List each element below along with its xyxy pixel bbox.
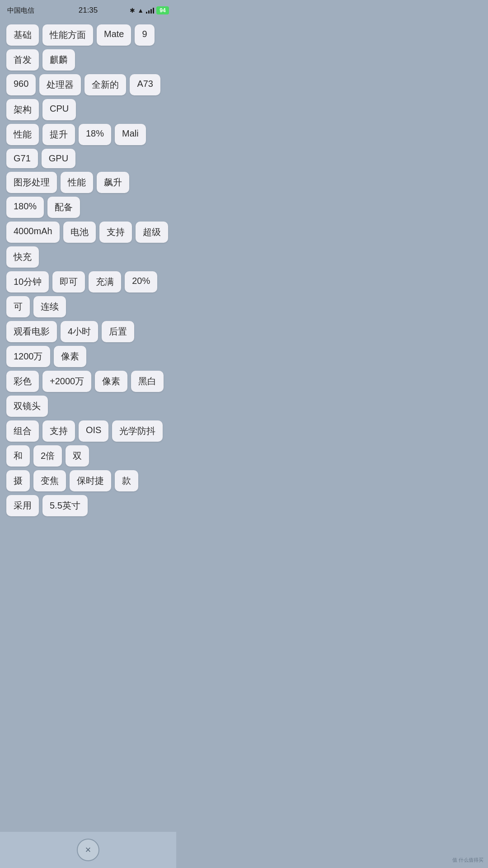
tag-3-1[interactable]: 性能 <box>61 172 93 193</box>
battery-badge: 94 <box>156 6 169 14</box>
time-label: 21:35 <box>79 6 98 15</box>
tag-3-4[interactable]: 配备 <box>47 197 80 218</box>
tag-5-4[interactable]: 可 <box>6 296 30 317</box>
tag-4-0[interactable]: 4000mAh <box>6 222 60 243</box>
tag-8-0[interactable]: 组合 <box>6 420 39 442</box>
tag-8-6[interactable]: 双 <box>66 445 89 467</box>
tag-0-0[interactable]: 基础 <box>6 24 39 46</box>
signal-icon <box>146 7 154 14</box>
content-area: 基础性能方面Mate9首发麒麟960处理器全新的A73架构CPU性能提升18%M… <box>0 20 176 556</box>
tag-row-0: 基础性能方面Mate9首发麒麟 <box>6 24 170 71</box>
tag-5-1[interactable]: 即可 <box>52 271 85 292</box>
tag-1-1[interactable]: 处理器 <box>39 74 81 95</box>
tag-8-3[interactable]: 光学防抖 <box>112 420 163 442</box>
wifi-icon: ▲ <box>137 7 144 14</box>
tag-3-2[interactable]: 飙升 <box>97 172 129 193</box>
tag-6-2[interactable]: 后置 <box>102 321 134 342</box>
tag-2-2[interactable]: 18% <box>79 124 111 145</box>
tag-7-0[interactable]: 彩色 <box>6 371 39 392</box>
tag-1-2[interactable]: 全新的 <box>84 74 126 95</box>
tag-1-3[interactable]: A73 <box>130 74 160 95</box>
tag-2-4[interactable]: G71 <box>6 149 38 168</box>
tag-row-4: 4000mAh电池支持超级快充 <box>6 222 170 268</box>
tag-row-9: 摄变焦保时捷款采用5.5英寸 <box>6 470 170 516</box>
tag-6-3[interactable]: 1200万 <box>6 346 50 367</box>
tag-1-5[interactable]: CPU <box>42 99 76 120</box>
tag-1-0[interactable]: 960 <box>6 74 36 95</box>
carrier-label: 中国电信 <box>7 6 34 15</box>
tag-7-3[interactable]: 黑白 <box>131 371 164 392</box>
tag-9-5[interactable]: 5.5英寸 <box>42 495 88 516</box>
tag-7-2[interactable]: 像素 <box>95 371 127 392</box>
tag-3-0[interactable]: 图形处理 <box>6 172 57 193</box>
tag-9-1[interactable]: 变焦 <box>33 470 66 491</box>
tag-5-0[interactable]: 10分钟 <box>6 271 49 292</box>
tag-4-1[interactable]: 电池 <box>63 222 96 243</box>
tag-row-7: 彩色+2000万像素黑白双镜头 <box>6 371 170 417</box>
tag-4-4[interactable]: 快充 <box>6 246 39 268</box>
tag-7-1[interactable]: +2000万 <box>42 371 91 392</box>
tag-row-8: 组合支持OIS光学防抖和2倍双 <box>6 420 170 467</box>
tag-8-5[interactable]: 2倍 <box>33 445 62 467</box>
tag-6-4[interactable]: 像素 <box>54 346 86 367</box>
status-bar: 中国电信 21:35 ✱ ▲ 94 <box>0 0 176 20</box>
tag-0-4[interactable]: 首发 <box>6 49 39 71</box>
tag-2-3[interactable]: Mali <box>115 124 146 145</box>
tag-4-2[interactable]: 支持 <box>99 222 132 243</box>
tag-9-3[interactable]: 款 <box>115 470 138 491</box>
tag-2-1[interactable]: 提升 <box>42 124 75 145</box>
tag-9-0[interactable]: 摄 <box>6 470 30 491</box>
tag-8-2[interactable]: OIS <box>79 420 108 442</box>
tag-row-3: 图形处理性能飙升180%配备 <box>6 172 170 218</box>
tag-8-1[interactable]: 支持 <box>42 420 75 442</box>
status-icons: ✱ ▲ 94 <box>130 6 169 14</box>
tag-5-5[interactable]: 连续 <box>33 296 66 317</box>
tag-9-4[interactable]: 采用 <box>6 495 39 516</box>
tag-0-3[interactable]: 9 <box>135 24 154 46</box>
tag-0-5[interactable]: 麒麟 <box>42 49 75 71</box>
tag-0-1[interactable]: 性能方面 <box>42 24 93 46</box>
tag-row-2: 性能提升18%MaliG71GPU <box>6 124 170 168</box>
tag-6-1[interactable]: 4小时 <box>61 321 98 342</box>
tag-9-2[interactable]: 保时捷 <box>70 470 111 491</box>
tag-7-4[interactable]: 双镜头 <box>6 396 48 417</box>
tag-5-2[interactable]: 充满 <box>89 271 121 292</box>
tag-6-0[interactable]: 观看电影 <box>6 321 57 342</box>
tag-row-1: 960处理器全新的A73架构CPU <box>6 74 170 120</box>
tag-2-0[interactable]: 性能 <box>6 124 39 145</box>
tag-row-6: 观看电影4小时后置1200万像素 <box>6 321 170 367</box>
tag-row-5: 10分钟即可充满20%可连续 <box>6 271 170 317</box>
tag-8-4[interactable]: 和 <box>6 445 30 467</box>
tag-3-3[interactable]: 180% <box>6 197 44 218</box>
tag-1-4[interactable]: 架构 <box>6 99 39 120</box>
bluetooth-icon: ✱ <box>130 7 135 14</box>
tag-4-3[interactable]: 超级 <box>136 222 168 243</box>
tag-0-2[interactable]: Mate <box>97 24 131 46</box>
tag-2-5[interactable]: GPU <box>42 149 75 168</box>
tag-5-3[interactable]: 20% <box>125 271 157 292</box>
